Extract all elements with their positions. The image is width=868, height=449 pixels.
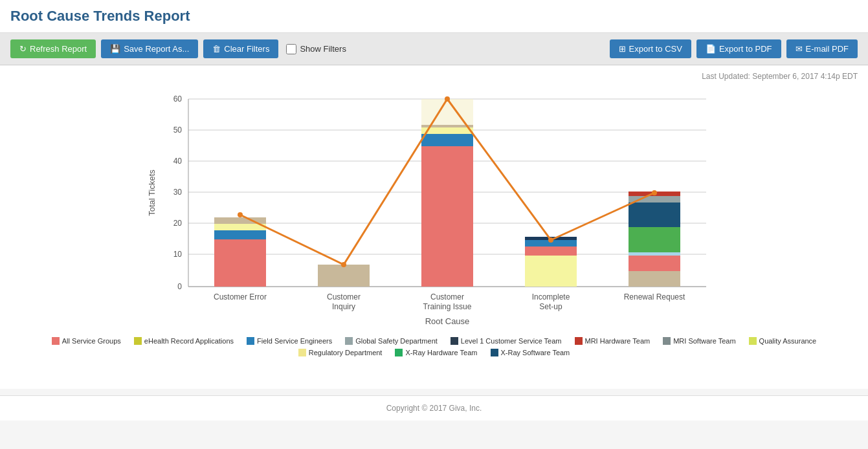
legend-item-mri-hardware: MRI Hardware Team	[575, 337, 651, 345]
svg-text:Incomplete: Incomplete	[531, 292, 570, 301]
svg-text:Set-up: Set-up	[539, 302, 562, 311]
svg-text:Root Cause: Root Cause	[425, 316, 469, 326]
legend-label-mri-software: MRI Software Team	[673, 337, 735, 345]
svg-text:Renewal Request: Renewal Request	[623, 292, 685, 301]
legend-item-xray-software: X-Ray Software Team	[491, 349, 570, 356]
legend-label-ehealth: eHealth Record Applications	[144, 337, 234, 345]
bar-training-orange	[421, 146, 473, 287]
bar-training-blue	[421, 134, 473, 146]
bar-renewal-orange	[629, 256, 680, 271]
svg-text:30: 30	[173, 188, 182, 197]
legend-color-xray-hardware	[395, 349, 403, 356]
legend-item-level1: Level 1 Customer Service Team	[451, 337, 562, 345]
svg-text:Total Tickets: Total Tickets	[147, 170, 157, 216]
refresh-button[interactable]: ↻ Refresh Report	[10, 39, 96, 58]
bar-customer-inquiry-tan	[318, 265, 370, 287]
legend-label-global-safety: Global Safety Department	[355, 337, 438, 345]
svg-text:40: 40	[173, 157, 182, 166]
bar-renewal-cyan	[629, 252, 680, 256]
trend-dot-2	[341, 262, 346, 267]
svg-text:0: 0	[177, 282, 182, 291]
email-icon: ✉	[796, 44, 803, 54]
svg-text:50: 50	[173, 126, 182, 135]
copyright-text: Copyright © 2017 Giva, Inc.	[386, 404, 482, 413]
legend-color-level1	[451, 337, 458, 345]
legend-color-mri-software	[663, 337, 671, 345]
trend-dot-5	[652, 190, 657, 195]
bar-customer-error-yellow	[214, 224, 266, 230]
clear-filters-button[interactable]: 🗑 Clear Filters	[203, 39, 278, 58]
right-buttons: ⊞ Export to CSV 📄 Export to PDF ✉ E-mail…	[610, 39, 858, 58]
export-csv-button[interactable]: ⊞ Export to CSV	[610, 39, 691, 58]
export-pdf-label: Export to PDF	[719, 44, 772, 54]
legend-item-xray-hardware: X-Ray Hardware Team	[395, 349, 477, 356]
show-filters-label: Show Filters	[300, 44, 346, 54]
save-label: Save Report As...	[124, 44, 189, 54]
export-csv-label: Export to CSV	[629, 44, 682, 54]
svg-text:60: 60	[173, 94, 182, 104]
svg-text:Customer: Customer	[430, 292, 463, 301]
legend-item-quality: Quality Assurance	[749, 337, 817, 345]
legend-color-xray-software	[491, 349, 498, 356]
toolbar: ↻ Refresh Report 💾 Save Report As... 🗑 C…	[0, 33, 868, 65]
svg-text:20: 20	[173, 219, 182, 228]
svg-text:10: 10	[173, 250, 182, 259]
svg-text:Training Issue: Training Issue	[423, 302, 471, 311]
bar-renewal-tan	[629, 271, 680, 287]
save-report-button[interactable]: 💾 Save Report As...	[101, 39, 198, 58]
legend-item-mri-software: MRI Software Team	[663, 337, 735, 345]
refresh-label: Refresh Report	[30, 44, 87, 54]
chart-svg: 60 50 40 30 20 10 0 Total Tickets	[143, 86, 726, 332]
legend-label-xray-hardware: X-Ray Hardware Team	[405, 349, 477, 356]
bar-customer-error-orange	[214, 239, 266, 287]
bar-incomplete-yellow	[525, 256, 577, 287]
last-updated: Last Updated: September 6, 2017 4:14p ED…	[10, 72, 858, 81]
trend-dot-3	[445, 96, 450, 102]
email-pdf-label: E-mail PDF	[806, 44, 849, 54]
legend-label-regulatory: Regulatory Department	[309, 349, 383, 356]
email-pdf-button[interactable]: ✉ E-mail PDF	[786, 39, 858, 58]
clear-icon: 🗑	[212, 44, 221, 54]
trend-dot-1	[238, 212, 243, 217]
trend-dot-4	[548, 237, 553, 243]
legend-color-mri-hardware	[575, 337, 583, 345]
legend-item-regulatory: Regulatory Department	[298, 349, 383, 356]
legend-color-ehealth	[134, 337, 142, 345]
bar-renewal-green	[629, 227, 680, 252]
page-header: Root Cause Trends Report	[0, 0, 868, 33]
chart-legend: All Service Groups eHealth Record Applic…	[10, 337, 858, 356]
legend-color-all-service	[52, 337, 60, 345]
legend-item-ehealth: eHealth Record Applications	[134, 337, 234, 345]
clear-label: Clear Filters	[224, 44, 269, 54]
legend-label-mri-hardware: MRI Hardware Team	[585, 337, 651, 345]
legend-item-global-safety: Global Safety Department	[345, 337, 438, 345]
legend-label-xray-software: X-Ray Software Team	[501, 349, 570, 356]
legend-label-field-service: Field Service Engineers	[257, 337, 332, 345]
refresh-icon: ↻	[19, 44, 27, 54]
bar-incomplete-orange	[525, 246, 577, 256]
csv-icon: ⊞	[619, 44, 626, 54]
bar-customer-error-blue	[214, 230, 266, 239]
chart-area: 60 50 40 30 20 10 0 Total Tickets	[10, 86, 858, 332]
footer: Copyright © 2017 Giva, Inc.	[0, 395, 868, 421]
legend-item-all-service: All Service Groups	[52, 337, 121, 345]
svg-text:Customer Error: Customer Error	[213, 292, 266, 301]
legend-color-global-safety	[345, 337, 353, 345]
page-title: Root Cause Trends Report	[10, 8, 858, 25]
bar-renewal-darkblue	[629, 203, 680, 227]
legend-color-field-service	[247, 337, 254, 345]
pdf-icon: 📄	[706, 44, 716, 54]
legend-color-quality	[749, 337, 757, 345]
legend-color-regulatory	[298, 349, 306, 356]
save-icon: 💾	[110, 44, 120, 54]
legend-label-all-service: All Service Groups	[62, 337, 121, 345]
show-filters-checkbox[interactable]	[286, 44, 296, 54]
legend-item-field-service: Field Service Engineers	[247, 337, 332, 345]
export-pdf-button[interactable]: 📄 Export to PDF	[696, 39, 781, 58]
svg-text:Inquiry: Inquiry	[331, 302, 355, 311]
legend-label-level1: Level 1 Customer Service Team	[461, 337, 562, 345]
show-filters-container: Show Filters	[286, 44, 346, 54]
legend-label-quality: Quality Assurance	[759, 337, 817, 345]
svg-text:Customer: Customer	[326, 292, 360, 301]
main-content: Last Updated: September 6, 2017 4:14p ED…	[0, 65, 868, 389]
